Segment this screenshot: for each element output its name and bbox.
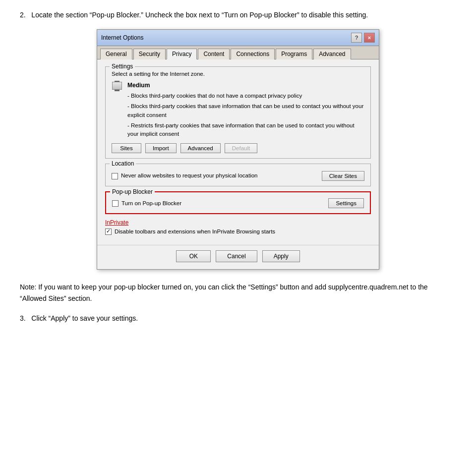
step3-text: 3. Click “Apply” to save your settings. <box>20 313 456 324</box>
note-text: Note: If you want to keep your pop-up bl… <box>20 282 456 304</box>
settings-label: Settings <box>110 63 135 70</box>
dialog-title: Internet Options <box>101 34 143 41</box>
location-row: Never allow websites to request your phy… <box>112 171 364 181</box>
popup-blocker-label: Pop-up Blocker <box>110 188 155 195</box>
dialog-tabs: General Security Privacy Content Connect… <box>97 46 379 59</box>
popup-settings-button[interactable]: Settings <box>328 198 364 208</box>
location-label: Location <box>110 160 136 167</box>
tab-programs[interactable]: Programs <box>276 49 312 59</box>
inprivate-checkbox[interactable] <box>105 228 112 235</box>
bullet-1: - Blocks third-party cookies that save i… <box>127 102 364 119</box>
slider-area: Medium - Blocks third-party cookies that… <box>112 81 364 138</box>
popup-blocker-checkbox-label: Turn on Pop-up Blocker <box>121 200 181 206</box>
close-button[interactable]: × <box>364 33 375 43</box>
apply-button[interactable]: Apply <box>262 250 300 262</box>
sites-button[interactable]: Sites <box>112 143 141 153</box>
tab-content[interactable]: Content <box>198 49 230 59</box>
popup-blocker-section: Pop-up Blocker Turn on Pop-up Blocker Se… <box>105 191 371 214</box>
popup-left: Turn on Pop-up Blocker <box>112 200 181 207</box>
inprivate-section: InPrivate Disable toolbars and extension… <box>105 219 371 235</box>
tab-general[interactable]: General <box>100 49 132 59</box>
dialog-titlebar: Internet Options ? × <box>97 30 379 46</box>
clear-sites-button[interactable]: Clear Sites <box>322 171 364 181</box>
slider-control[interactable] <box>112 81 122 91</box>
privacy-text: Medium - Blocks third-party cookies that… <box>127 81 364 138</box>
popup-blocker-checkbox[interactable] <box>112 200 119 207</box>
bullet-2: - Restricts first-party cookies that sav… <box>127 121 364 139</box>
location-section: Location Never allow websites to request… <box>105 164 371 186</box>
import-button[interactable]: Import <box>145 143 177 153</box>
settings-buttons: Sites Import Advanced Default <box>112 143 364 153</box>
advanced-button[interactable]: Advanced <box>180 143 221 153</box>
ok-button[interactable]: OK <box>176 250 211 262</box>
cancel-button[interactable]: Cancel <box>216 250 257 262</box>
popup-row: Turn on Pop-up Blocker Settings <box>112 198 364 208</box>
inprivate-checkbox-label: Disable toolbars and extensions when InP… <box>115 228 275 234</box>
location-checkbox-label: Never allow websites to request your phy… <box>121 172 258 178</box>
tab-privacy[interactable]: Privacy <box>167 49 197 59</box>
tab-advanced[interactable]: Advanced <box>313 49 351 59</box>
internet-options-dialog: Internet Options ? × General Security Pr… <box>97 29 379 270</box>
dialog-footer: OK Cancel Apply <box>97 245 379 269</box>
settings-section: Settings Select a setting for the Intern… <box>105 66 371 159</box>
step2-text: 2. Locate the section “Pop-up Blocker.” … <box>20 10 456 20</box>
inprivate-row: Disable toolbars and extensions when InP… <box>105 228 371 235</box>
help-button[interactable]: ? <box>351 33 362 43</box>
tab-connections[interactable]: Connections <box>231 49 275 59</box>
dialog-body: Settings Select a setting for the Intern… <box>97 59 379 245</box>
bullet-0: - Blocks third-party cookies that do not… <box>127 92 364 100</box>
default-button[interactable]: Default <box>225 143 257 153</box>
dialog-controls: ? × <box>351 33 375 43</box>
tab-security[interactable]: Security <box>133 49 166 59</box>
select-label: Select a setting for the Internet zone. <box>112 71 364 77</box>
privacy-level: Medium <box>127 81 364 90</box>
location-checkbox[interactable] <box>112 173 118 179</box>
dialog-wrapper: Internet Options ? × General Security Pr… <box>20 29 456 270</box>
inprivate-label: InPrivate <box>105 219 371 226</box>
location-left: Never allow websites to request your phy… <box>112 172 258 179</box>
